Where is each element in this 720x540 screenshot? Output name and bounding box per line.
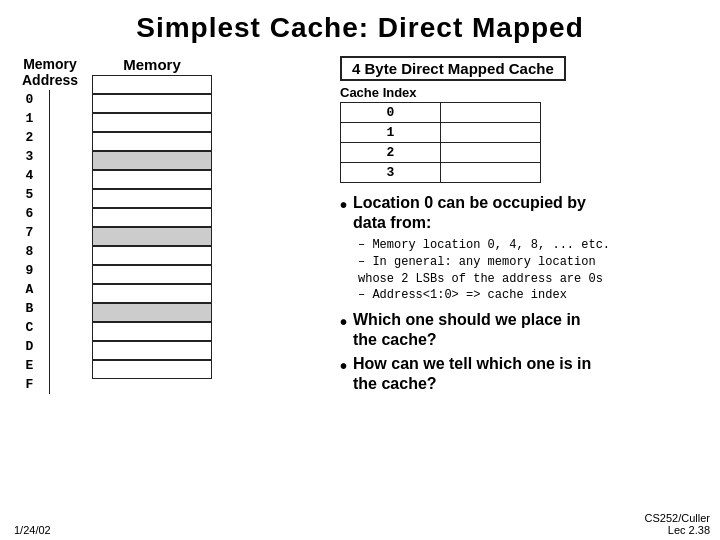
sub-bullet-3: – Address<1:0> => cache index xyxy=(358,287,710,304)
mem-cell-B xyxy=(92,284,212,303)
right-section: 4 Byte Direct Mapped Cache Cache Index 0… xyxy=(320,56,710,398)
cache-idx-2: 2 xyxy=(341,143,441,163)
addr-cell-6: 6 xyxy=(10,204,50,223)
addr-cell-4: 4 xyxy=(10,166,50,185)
addr-cell-9: 9 xyxy=(10,261,50,280)
memory-column: Memory xyxy=(92,56,212,379)
bullet3-text: How can we tell which one is inthe cache… xyxy=(353,354,591,394)
bullet2: • Which one should we place inthe cache? xyxy=(340,310,710,350)
bullet1: • Location 0 can be occupied bydata from… xyxy=(340,193,710,233)
sub-bullet-1: – In general: any memory location xyxy=(358,254,710,271)
cache-title: 4 Byte Direct Mapped Cache xyxy=(340,56,566,81)
addr-row-6: 6 xyxy=(10,204,90,223)
cache-idx-0: 0 xyxy=(341,103,441,123)
mem-cell-2 xyxy=(92,113,212,132)
mem-cell-5 xyxy=(92,170,212,189)
addr-row-5: 5 xyxy=(10,185,90,204)
addr-row-B: B xyxy=(10,299,90,318)
bullet3-dot: • xyxy=(340,354,347,378)
cache-data-1 xyxy=(441,123,541,143)
mem-cell-4 xyxy=(92,151,212,170)
addr-row-F: F xyxy=(10,375,90,394)
addr-cell-3: 3 xyxy=(10,147,50,166)
addr-row-9: 9 xyxy=(10,261,90,280)
addr-cell-B: B xyxy=(10,299,50,318)
mem-cell-E xyxy=(92,341,212,360)
left-section: Memory Address 0123456789ABCDEF Memory xyxy=(10,56,320,398)
bullet3: • How can we tell which one is inthe cac… xyxy=(340,354,710,394)
address-col-header: Memory Address xyxy=(10,56,90,88)
addr-row-2: 2 xyxy=(10,128,90,147)
addr-row-8: 8 xyxy=(10,242,90,261)
mem-cell-7 xyxy=(92,208,212,227)
addr-cell-F: F xyxy=(10,375,50,394)
addr-cell-2: 2 xyxy=(10,128,50,147)
mem-cell-D xyxy=(92,322,212,341)
bullet1-dot: • xyxy=(340,193,347,217)
memory-col-header: Memory xyxy=(92,56,212,73)
cache-data-3 xyxy=(441,163,541,183)
bullet-section: • Location 0 can be occupied bydata from… xyxy=(340,193,710,394)
mem-cell-8 xyxy=(92,227,212,246)
sub-bullet-2: whose 2 LSBs of the address are 0s xyxy=(358,271,710,288)
addr-row-1: 1 xyxy=(10,109,90,128)
footer-ref: CS252/CullerLec 2.38 xyxy=(645,512,710,536)
bullet2-dot: • xyxy=(340,310,347,334)
addr-row-7: 7 xyxy=(10,223,90,242)
mem-cell-C xyxy=(92,303,212,322)
cache-row-3: 3 xyxy=(341,163,541,183)
addr-cell-A: A xyxy=(10,280,50,299)
cache-row-1: 1 xyxy=(341,123,541,143)
mem-cell-9 xyxy=(92,246,212,265)
addr-cell-7: 7 xyxy=(10,223,50,242)
addr-row-0: 0 xyxy=(10,90,90,109)
mem-cell-F xyxy=(92,360,212,379)
addr-cell-C: C xyxy=(10,318,50,337)
addr-cell-D: D xyxy=(10,337,50,356)
bullet2-text: Which one should we place inthe cache? xyxy=(353,310,581,350)
mem-cell-1 xyxy=(92,94,212,113)
cache-idx-1: 1 xyxy=(341,123,441,143)
addr-cell-8: 8 xyxy=(10,242,50,261)
cache-data-2 xyxy=(441,143,541,163)
address-column: Memory Address 0123456789ABCDEF xyxy=(10,56,90,394)
addr-row-E: E xyxy=(10,356,90,375)
footer-date: 1/24/02 xyxy=(14,524,51,536)
mem-cell-A xyxy=(92,265,212,284)
bullet1-text: Location 0 can be occupied bydata from: xyxy=(353,193,586,233)
addr-row-A: A xyxy=(10,280,90,299)
cache-table: 0123 xyxy=(340,102,541,183)
addr-row-D: D xyxy=(10,337,90,356)
addr-cell-0: 0 xyxy=(10,90,50,109)
mem-cell-0 xyxy=(92,75,212,94)
addr-row-3: 3 xyxy=(10,147,90,166)
cache-data-0 xyxy=(441,103,541,123)
cache-index-label: Cache Index xyxy=(340,85,710,100)
sub-bullet-0: – Memory location 0, 4, 8, ... etc. xyxy=(358,237,710,254)
addr-cell-1: 1 xyxy=(10,109,50,128)
cache-row-0: 0 xyxy=(341,103,541,123)
addr-cell-E: E xyxy=(10,356,50,375)
mem-cell-6 xyxy=(92,189,212,208)
page-title: Simplest Cache: Direct Mapped xyxy=(0,0,720,52)
mem-cell-3 xyxy=(92,132,212,151)
sub-bullets: – Memory location 0, 4, 8, ... etc.– In … xyxy=(358,237,710,304)
addr-row-C: C xyxy=(10,318,90,337)
addr-cell-5: 5 xyxy=(10,185,50,204)
addr-row-4: 4 xyxy=(10,166,90,185)
cache-idx-3: 3 xyxy=(341,163,441,183)
cache-row-2: 2 xyxy=(341,143,541,163)
